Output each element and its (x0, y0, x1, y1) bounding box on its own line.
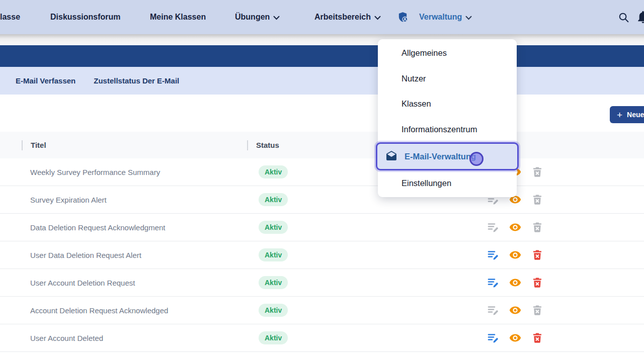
status-badge: Aktiv (259, 331, 288, 344)
menu-item-klassen[interactable]: Klassen (378, 91, 517, 117)
admin-shield-icon (397, 0, 409, 34)
menu-item-nutzer[interactable]: Nutzer (378, 66, 517, 92)
edit-icon[interactable] (487, 249, 499, 261)
menu-item-label: Nutzer (401, 74, 426, 83)
row-actions (482, 249, 548, 261)
status-badge: Aktiv (259, 304, 288, 317)
menu-item-informationszentrum[interactable]: Informationszentrum (378, 117, 517, 142)
preview-eye-icon[interactable] (509, 304, 521, 316)
row-title: Survey Expiration Alert (30, 196, 256, 204)
menu-item-allgemeines[interactable]: Allgemeines (378, 40, 517, 66)
menu-item-e-mail-verwaltung[interactable]: E-Mail-Verwaltung (376, 142, 519, 171)
menu-item-label: Klassen (401, 99, 431, 109)
nav-item-label: Meine Klassen (150, 13, 206, 22)
tab-zustellstatus[interactable]: Zustellstatus Der E-Mail (94, 76, 179, 85)
table-row: User Account Deleted Aktiv (0, 324, 644, 352)
nav-item-label: lasse (0, 13, 20, 22)
edit-icon[interactable] (487, 221, 499, 233)
nav-item-label: Verwaltung (419, 13, 462, 22)
menu-item-label: Allgemeines (401, 48, 447, 58)
row-title: User Data Deletion Request Alert (30, 251, 256, 259)
column-header-label: Titel (31, 141, 46, 149)
column-divider (247, 140, 248, 150)
tab-bar: E-Mail Verfassen Zustellstatus Der E-Mai… (0, 67, 644, 95)
status-badge: Aktiv (259, 248, 288, 261)
column-header-titel: Titel (22, 140, 256, 150)
search-icon[interactable] (618, 0, 629, 34)
chevron-down-icon (374, 16, 381, 20)
nav-item-label: Übungen (235, 13, 270, 22)
row-title: Account Deletion Request Acknowledged (30, 306, 256, 315)
row-actions (482, 332, 548, 344)
delete-trash-icon[interactable] (531, 332, 543, 344)
row-title: User Account Deletion Request (30, 279, 256, 287)
nav-item-meine-klassen[interactable]: Meine Klassen (150, 0, 206, 34)
delete-trash-icon[interactable] (531, 304, 543, 316)
new-button-label: Neue (627, 111, 644, 119)
row-title: Weekly Survey Performance Summary (30, 168, 256, 176)
nav-item-arbeitsbereich[interactable]: Arbeitsbereich (314, 0, 381, 34)
nav-item-klasse[interactable]: lasse (0, 0, 20, 34)
menu-item-einstellungen[interactable]: Einstellungen (378, 170, 517, 196)
verwaltung-dropdown-menu: Allgemeines Nutzer Klassen Informationsz… (378, 39, 517, 197)
nav-item-uebungen[interactable]: Übungen (235, 0, 280, 34)
tab-email-verfassen[interactable]: E-Mail Verfassen (16, 76, 75, 85)
nav-item-diskussionsforum[interactable]: Diskussionsforum (50, 0, 121, 34)
menu-item-label: Informationszentrum (401, 125, 477, 134)
delete-trash-icon[interactable] (531, 249, 543, 261)
delete-trash-icon[interactable] (531, 194, 543, 206)
status-badge: Aktiv (259, 221, 288, 234)
table-row: Data Deletion Request Acknowledgment Akt… (0, 214, 644, 241)
chevron-down-icon (273, 16, 280, 20)
preview-eye-icon[interactable] (509, 249, 521, 261)
delete-trash-icon[interactable] (531, 166, 543, 178)
nav-item-label: Diskussionsforum (50, 13, 121, 22)
table-row: User Data Deletion Request Alert Aktiv (0, 241, 644, 269)
plus-icon: + (617, 110, 622, 120)
top-navigation: lasse Diskussionsforum Meine Klassen Übu… (0, 0, 644, 34)
column-divider (22, 140, 23, 150)
nav-shadow-strip (0, 34, 644, 45)
table-row: Survey Expiration Alert Aktiv (0, 186, 644, 214)
email-templates-table: Titel Status Weekly Survey Performance S… (0, 132, 644, 352)
table-row: Account Deletion Request Acknowledged Ak… (0, 297, 644, 324)
edit-icon[interactable] (487, 304, 499, 316)
edit-icon[interactable] (487, 277, 499, 289)
table-body: Weekly Survey Performance Summary Aktiv (0, 158, 644, 352)
status-badge: Aktiv (259, 165, 288, 178)
preview-eye-icon[interactable] (509, 277, 521, 289)
column-header-label: Status (256, 141, 279, 149)
row-title: Data Deletion Request Acknowledgment (30, 223, 256, 232)
preview-eye-icon[interactable] (509, 221, 521, 233)
edit-icon[interactable] (487, 332, 499, 344)
menu-item-label: Einstellungen (401, 178, 451, 188)
nav-item-label: Arbeitsbereich (314, 13, 371, 22)
table-row: User Account Deletion Request Aktiv (0, 269, 644, 297)
delete-trash-icon[interactable] (531, 221, 543, 233)
status-badge: Aktiv (259, 276, 288, 289)
row-actions (482, 221, 548, 233)
preview-eye-icon[interactable] (509, 332, 521, 344)
row-title: User Account Deleted (30, 334, 256, 342)
row-actions (482, 277, 548, 289)
envelope-icon (385, 150, 397, 162)
notifications-bell-icon[interactable] (636, 0, 644, 34)
row-actions (482, 304, 548, 316)
chevron-down-icon (465, 16, 472, 20)
status-badge: Aktiv (259, 193, 288, 206)
table-row: Weekly Survey Performance Summary Aktiv (0, 158, 644, 186)
table-header-row: Titel Status (0, 132, 644, 158)
menu-item-label: E-Mail-Verwaltung (405, 152, 476, 161)
new-email-template-button[interactable]: + Neue (610, 106, 644, 123)
page-header-banner (0, 45, 644, 67)
delete-trash-icon[interactable] (531, 277, 543, 289)
nav-item-verwaltung[interactable]: Verwaltung (419, 0, 472, 34)
